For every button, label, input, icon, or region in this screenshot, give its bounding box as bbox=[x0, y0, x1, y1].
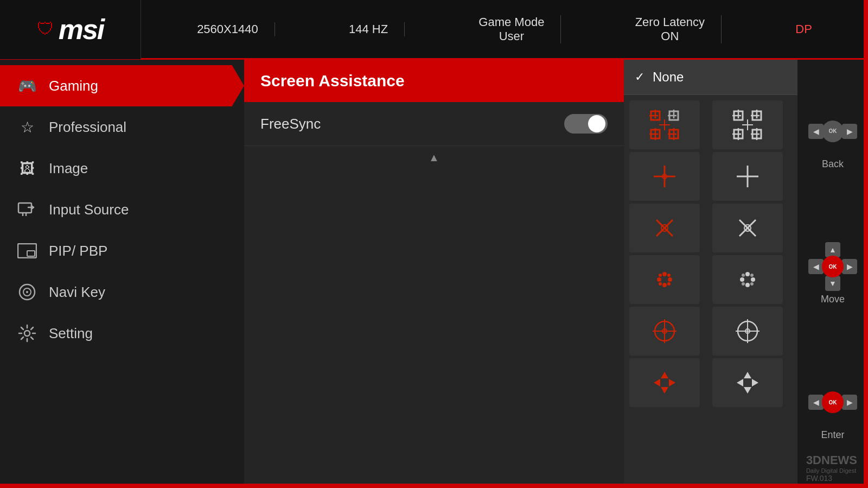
right-arrow-icon: ▶ bbox=[847, 127, 853, 136]
crosshair-option-3[interactable] bbox=[629, 152, 700, 201]
svg-point-6 bbox=[24, 331, 30, 336]
sidebar-label-image: Image bbox=[49, 160, 88, 177]
sidebar-item-image[interactable]: 🖼 Image bbox=[0, 148, 244, 189]
enter-right-btn[interactable]: ▶ bbox=[842, 395, 857, 410]
crosshair-option-10[interactable] bbox=[712, 307, 783, 356]
sidebar-item-pip-pbp[interactable]: PIP/ PBP bbox=[0, 230, 244, 271]
crosshair-option-9[interactable] bbox=[629, 307, 700, 356]
middle-panel: Screen Assistance FreeSync ▲ bbox=[244, 60, 624, 488]
checkmark-icon: ✓ bbox=[635, 70, 644, 84]
ok-label: OK bbox=[829, 128, 837, 134]
svg-point-52 bbox=[659, 274, 662, 277]
move-control: ▲ ◀ OK ▶ ▼ Move bbox=[808, 242, 857, 305]
enter-left-btn[interactable]: ◀ bbox=[808, 395, 824, 410]
enter-label: Enter bbox=[821, 429, 844, 441]
back-dpad: ◀ OK ▶ bbox=[808, 107, 857, 156]
sidebar-item-setting[interactable]: Setting bbox=[0, 313, 244, 354]
pip-icon bbox=[16, 240, 38, 262]
crosshair-option-2[interactable] bbox=[712, 100, 783, 149]
crosshair-none-option[interactable]: ✓ None bbox=[624, 60, 797, 95]
enter-control: ◀ OK ▶ Enter bbox=[808, 378, 857, 441]
crosshair-option-11[interactable] bbox=[629, 358, 700, 407]
enter-left-icon: ◀ bbox=[813, 398, 819, 407]
move-label: Move bbox=[821, 294, 845, 305]
sidebar-label-gaming: Gaming bbox=[49, 78, 98, 94]
header-info: 2560X1440 144 HZ Game Mode User Zero Lat… bbox=[141, 15, 868, 43]
move-center[interactable]: OK bbox=[822, 256, 844, 277]
professional-icon: ☆ bbox=[16, 116, 38, 138]
svg-point-61 bbox=[750, 282, 754, 286]
bottom-border-accent bbox=[0, 484, 868, 488]
crosshair-grid bbox=[624, 95, 797, 413]
svg-point-56 bbox=[745, 272, 750, 276]
freesync-label: FreeSync bbox=[260, 116, 321, 132]
back-center[interactable]: OK bbox=[822, 121, 844, 142]
svg-point-63 bbox=[742, 282, 745, 286]
svg-point-55 bbox=[659, 282, 662, 286]
sidebar-label-setting: Setting bbox=[49, 325, 93, 342]
crosshair-option-12[interactable] bbox=[712, 358, 783, 407]
svg-point-58 bbox=[740, 277, 744, 282]
right-panel: ✓ None bbox=[624, 60, 797, 488]
watermark-subtitle: Daily Digital Digest bbox=[806, 467, 857, 474]
move-left-btn[interactable]: ◀ bbox=[808, 259, 824, 274]
svg-marker-80 bbox=[661, 372, 668, 378]
svg-point-62 bbox=[750, 274, 754, 277]
move-ok-label: OK bbox=[829, 264, 837, 270]
svg-point-5 bbox=[26, 291, 28, 293]
crosshair-option-1[interactable] bbox=[629, 100, 700, 149]
sidebar-label-professional: Professional bbox=[49, 119, 126, 136]
freesync-toggle[interactable] bbox=[564, 114, 608, 134]
svg-marker-83 bbox=[669, 379, 675, 386]
move-right-btn[interactable]: ▶ bbox=[842, 259, 857, 274]
back-left-btn[interactable]: ◀ bbox=[808, 124, 824, 139]
freesync-item[interactable]: FreeSync bbox=[244, 102, 624, 146]
svg-point-57 bbox=[745, 283, 750, 287]
sidebar-item-professional[interactable]: ☆ Professional bbox=[0, 106, 244, 148]
move-up-btn[interactable]: ▲ bbox=[825, 242, 840, 257]
toggle-knob bbox=[588, 115, 605, 132]
crosshair-option-7[interactable] bbox=[629, 255, 700, 304]
crosshair-option-8[interactable] bbox=[712, 255, 783, 304]
watermark: 3DNEWS Daily Digital Digest FW.013 bbox=[806, 453, 857, 483]
setting-icon bbox=[16, 322, 38, 344]
crosshair-option-6[interactable] bbox=[712, 204, 783, 252]
back-right-btn[interactable]: ▶ bbox=[842, 124, 857, 139]
svg-marker-86 bbox=[737, 379, 743, 386]
enter-center[interactable]: OK bbox=[822, 391, 844, 413]
watermark-site: 3DNEWS bbox=[806, 453, 857, 467]
right-border-accent bbox=[864, 0, 868, 488]
move-left-arrow-icon: ◀ bbox=[813, 262, 819, 271]
enter-ok-label: OK bbox=[829, 400, 837, 405]
move-dpad: ▲ ◀ OK ▶ ▼ bbox=[808, 242, 857, 291]
logo-area: 🛡 msi bbox=[0, 0, 141, 59]
sidebar-label-pip-pbp: PIP/ PBP bbox=[49, 243, 107, 259]
move-right-arrow-icon: ▶ bbox=[847, 262, 853, 271]
crosshair-none-label: None bbox=[653, 69, 684, 85]
sidebar: 🎮 Gaming ☆ Professional 🖼 Image Input So… bbox=[0, 60, 244, 488]
header: 🛡 msi 2560X1440 144 HZ Game Mode User Ze… bbox=[0, 0, 868, 60]
watermark-version: FW.013 bbox=[806, 474, 857, 483]
move-down-btn[interactable]: ▼ bbox=[825, 276, 840, 291]
main-content: 🎮 Gaming ☆ Professional 🖼 Image Input So… bbox=[0, 60, 868, 488]
crosshair-option-4[interactable] bbox=[712, 152, 783, 201]
controls-panel: ◀ OK ▶ Back ▲ ◀ OK bbox=[797, 60, 868, 488]
svg-marker-81 bbox=[661, 387, 668, 394]
svg-point-53 bbox=[667, 282, 671, 286]
logo-text: msi bbox=[59, 13, 104, 46]
refresh-rate-info: 144 HZ bbox=[333, 22, 405, 36]
gaming-icon: 🎮 bbox=[16, 75, 38, 97]
crosshair-option-5[interactable] bbox=[629, 204, 700, 252]
sidebar-item-gaming[interactable]: 🎮 Gaming bbox=[0, 65, 244, 106]
scroll-indicator: ▲ bbox=[244, 146, 624, 169]
up-arrow-icon: ▲ bbox=[829, 245, 837, 254]
sidebar-item-input-source[interactable]: Input Source bbox=[0, 189, 244, 230]
input-source-icon bbox=[16, 199, 38, 220]
back-control: ◀ OK ▶ Back bbox=[808, 107, 857, 170]
screen-assistance-header[interactable]: Screen Assistance bbox=[244, 60, 624, 102]
image-icon: 🖼 bbox=[16, 157, 38, 179]
down-arrow-icon: ▼ bbox=[829, 279, 837, 288]
back-label: Back bbox=[822, 159, 844, 170]
sidebar-item-navi-key[interactable]: Navi Key bbox=[0, 271, 244, 313]
svg-point-43 bbox=[663, 227, 666, 229]
